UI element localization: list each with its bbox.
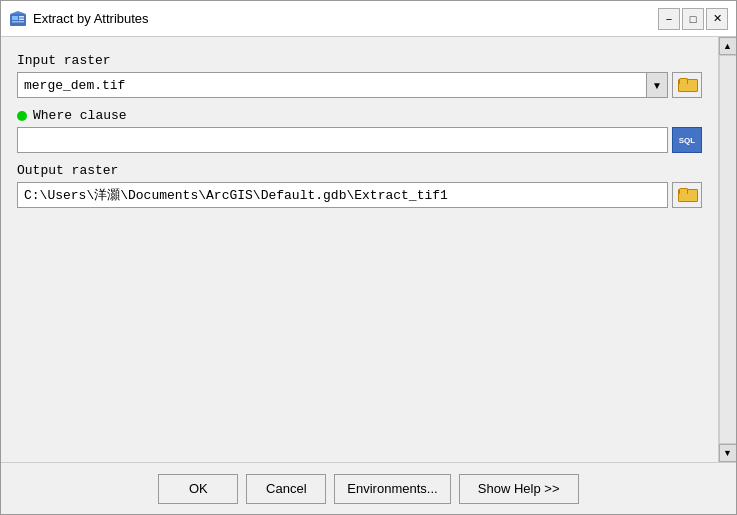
window-title: Extract by Attributes xyxy=(33,11,658,26)
output-raster-row xyxy=(17,182,702,208)
scroll-up-button[interactable]: ▲ xyxy=(719,37,737,55)
where-clause-label-row: Where clause xyxy=(17,108,702,123)
green-status-dot xyxy=(17,111,27,121)
svg-rect-1 xyxy=(12,16,18,20)
input-raster-browse-button[interactable] xyxy=(672,72,702,98)
input-raster-group: Input raster merge_dem.tif ▼ xyxy=(17,53,702,98)
folder-icon xyxy=(678,78,696,92)
svg-rect-3 xyxy=(19,18,24,20)
close-button[interactable]: ✕ xyxy=(706,8,728,30)
output-raster-browse-button[interactable] xyxy=(672,182,702,208)
cancel-button[interactable]: Cancel xyxy=(246,474,326,504)
scrollbar: ▲ ▼ xyxy=(718,37,736,462)
bottom-bar: OK Cancel Environments... Show Help >> xyxy=(1,462,736,514)
sql-button[interactable]: SQL xyxy=(672,127,702,153)
spacer xyxy=(17,218,702,452)
folder-icon-output xyxy=(678,188,696,202)
scroll-track xyxy=(719,55,737,444)
show-help-button[interactable]: Show Help >> xyxy=(459,474,579,504)
output-raster-label: Output raster xyxy=(17,163,702,178)
maximize-button[interactable]: □ xyxy=(682,8,704,30)
where-clause-group: Where clause SQL xyxy=(17,108,702,153)
main-content: Input raster merge_dem.tif ▼ xyxy=(1,37,736,462)
title-bar: Extract by Attributes − □ ✕ xyxy=(1,1,736,37)
svg-rect-2 xyxy=(19,16,24,18)
svg-marker-5 xyxy=(10,11,26,14)
input-raster-select[interactable]: merge_dem.tif xyxy=(17,72,668,98)
app-icon xyxy=(9,10,27,28)
input-raster-label: Input raster xyxy=(17,53,702,68)
input-raster-row: merge_dem.tif ▼ xyxy=(17,72,702,98)
where-clause-input[interactable] xyxy=(17,127,668,153)
environments-button[interactable]: Environments... xyxy=(334,474,450,504)
form-area: Input raster merge_dem.tif ▼ xyxy=(1,37,718,462)
minimize-button[interactable]: − xyxy=(658,8,680,30)
where-clause-label: Where clause xyxy=(33,108,127,123)
ok-button[interactable]: OK xyxy=(158,474,238,504)
output-raster-group: Output raster xyxy=(17,163,702,208)
scroll-down-button[interactable]: ▼ xyxy=(719,444,737,462)
where-clause-row: SQL xyxy=(17,127,702,153)
svg-rect-4 xyxy=(12,21,24,23)
input-raster-select-wrapper: merge_dem.tif ▼ xyxy=(17,72,668,98)
dialog: Extract by Attributes − □ ✕ Input raster… xyxy=(0,0,737,515)
window-controls: − □ ✕ xyxy=(658,8,728,30)
output-raster-input[interactable] xyxy=(17,182,668,208)
